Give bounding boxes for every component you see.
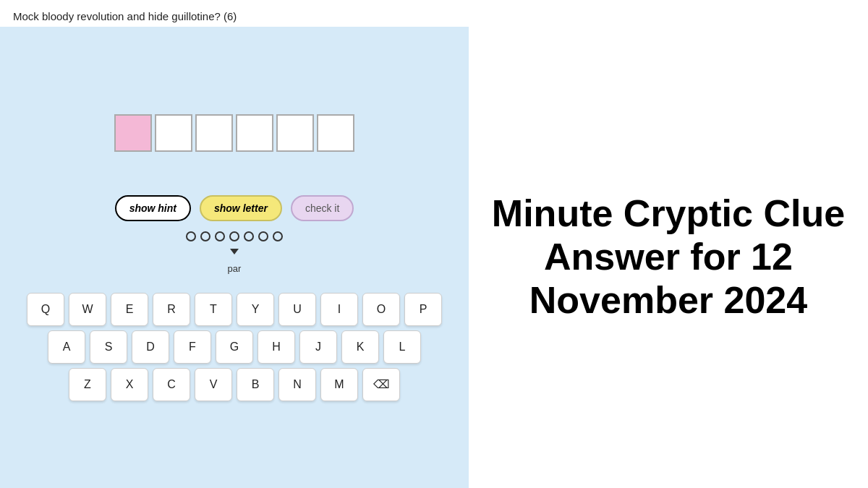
key-y[interactable]: Y <box>237 293 274 326</box>
answer-box-3[interactable] <box>195 114 233 152</box>
key-b[interactable]: B <box>237 368 274 401</box>
key-d[interactable]: D <box>132 330 169 364</box>
answer-box-5[interactable] <box>276 114 314 152</box>
article-title: Minute Cryptic Clue Answer for 12 Novemb… <box>490 192 846 322</box>
key-g[interactable]: G <box>216 330 253 364</box>
key-r[interactable]: R <box>153 293 190 326</box>
key-n[interactable]: N <box>278 368 316 401</box>
circle-4 <box>229 231 239 241</box>
key-m[interactable]: M <box>320 368 358 401</box>
key-j[interactable]: J <box>299 330 337 364</box>
answer-box-6[interactable] <box>317 114 354 152</box>
key-q[interactable]: Q <box>27 293 64 326</box>
answer-box-2[interactable] <box>155 114 192 152</box>
key-z[interactable]: Z <box>69 368 106 401</box>
backspace-key[interactable]: ⌫ <box>362 368 400 401</box>
key-i[interactable]: I <box>320 293 358 326</box>
circle-2 <box>200 231 210 241</box>
circle-7 <box>273 231 283 241</box>
puzzle-panel: show hint show letter check it par Q W <box>0 27 469 488</box>
circle-6 <box>258 231 268 241</box>
key-k[interactable]: K <box>341 330 379 364</box>
circle-3 <box>215 231 225 241</box>
keyboard: Q W E R T Y U I O P A S D F G H J K L <box>14 293 454 401</box>
key-f[interactable]: F <box>174 330 211 364</box>
key-t[interactable]: T <box>195 293 232 326</box>
key-c[interactable]: C <box>153 368 190 401</box>
keyboard-row-1: Q W E R T Y U I O P <box>22 293 447 326</box>
buttons-area: show hint show letter check it par <box>115 195 354 274</box>
par-label: par <box>228 263 242 274</box>
circles-row <box>186 231 283 241</box>
check-it-button[interactable]: check it <box>291 195 354 221</box>
key-w[interactable]: W <box>69 293 106 326</box>
keyboard-row-2: A S D F G H J K L <box>22 330 447 364</box>
answer-boxes <box>114 114 354 152</box>
show-hint-button[interactable]: show hint <box>115 195 191 221</box>
answer-box-4[interactable] <box>236 114 273 152</box>
key-x[interactable]: X <box>111 368 148 401</box>
key-e[interactable]: E <box>111 293 148 326</box>
key-l[interactable]: L <box>383 330 421 364</box>
keyboard-row-3: Z X C V B N M ⌫ <box>22 368 447 401</box>
clue-text: Mock bloody revolution and hide guilloti… <box>0 0 868 27</box>
key-h[interactable]: H <box>258 330 295 364</box>
show-letter-button[interactable]: show letter <box>200 195 282 221</box>
key-s[interactable]: S <box>90 330 127 364</box>
answer-box-1[interactable] <box>114 114 152 152</box>
key-a[interactable]: A <box>48 330 85 364</box>
par-arrow <box>230 249 239 254</box>
circle-5 <box>244 231 254 241</box>
key-u[interactable]: U <box>278 293 316 326</box>
key-p[interactable]: P <box>404 293 442 326</box>
key-o[interactable]: O <box>362 293 400 326</box>
right-panel: Minute Cryptic Clue Answer for 12 Novemb… <box>469 27 868 488</box>
key-v[interactable]: V <box>195 368 232 401</box>
circle-1 <box>186 231 196 241</box>
btn-row: show hint show letter check it <box>115 195 354 221</box>
